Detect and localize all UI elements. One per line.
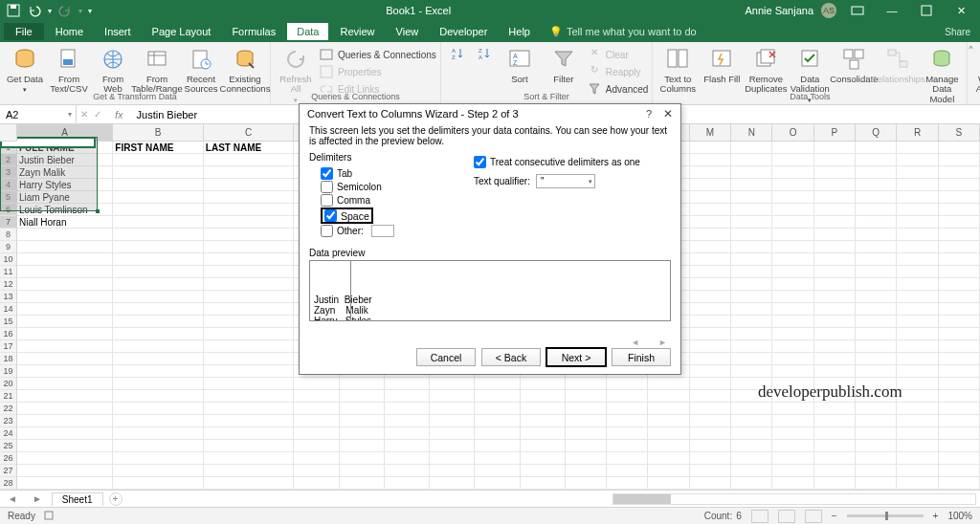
cell[interactable] <box>607 403 648 415</box>
cell[interactable] <box>939 378 980 390</box>
cell[interactable] <box>856 403 897 415</box>
cell[interactable] <box>731 303 772 316</box>
tab-home[interactable]: Home <box>46 23 93 40</box>
cell[interactable] <box>772 353 813 365</box>
cell[interactable] <box>607 378 648 390</box>
preview-scroll-arrows[interactable]: ◄ ► <box>631 338 667 347</box>
cell[interactable] <box>113 166 203 179</box>
properties-button[interactable]: Properties <box>319 63 436 78</box>
cell[interactable] <box>856 278 897 291</box>
cell[interactable] <box>607 452 648 465</box>
column-header[interactable]: R <box>897 124 938 141</box>
row-header[interactable]: 15 <box>0 316 16 328</box>
cell[interactable] <box>731 142 772 154</box>
cell[interactable] <box>385 440 430 452</box>
cell[interactable] <box>814 241 856 253</box>
cell[interactable] <box>204 440 294 452</box>
cell[interactable] <box>939 253 980 266</box>
cell[interactable] <box>690 154 731 166</box>
cell[interactable] <box>856 353 897 365</box>
cell[interactable] <box>294 403 339 415</box>
cell[interactable] <box>772 415 813 427</box>
row-header[interactable]: 1 <box>0 142 16 154</box>
cell[interactable] <box>113 415 203 427</box>
cell[interactable] <box>204 365 294 378</box>
cell[interactable] <box>607 390 648 403</box>
cell[interactable]: Zayn Malik <box>17 166 113 179</box>
flash-fill-button[interactable]: Flash Fill <box>701 44 743 84</box>
cell[interactable] <box>204 316 294 328</box>
cell[interactable] <box>897 316 938 328</box>
cell[interactable] <box>856 328 897 340</box>
cell[interactable] <box>897 142 938 154</box>
cell[interactable] <box>690 179 731 191</box>
cell[interactable] <box>897 390 938 403</box>
cell[interactable] <box>385 452 430 465</box>
cell[interactable] <box>340 452 385 465</box>
cell[interactable] <box>939 390 980 403</box>
cell[interactable] <box>897 253 938 266</box>
cell[interactable] <box>690 253 731 266</box>
cell[interactable] <box>430 440 475 452</box>
cell[interactable] <box>17 316 113 328</box>
cell[interactable] <box>856 291 897 303</box>
cell[interactable] <box>731 440 772 452</box>
cell[interactable] <box>690 353 731 365</box>
column-header[interactable]: Q <box>856 124 897 141</box>
cell[interactable] <box>385 465 430 477</box>
cell[interactable] <box>340 415 385 427</box>
row-header[interactable]: 7 <box>0 216 16 229</box>
cell[interactable] <box>939 241 980 253</box>
collapse-ribbon-icon[interactable]: ˄ <box>964 42 978 61</box>
back-button[interactable]: < Back <box>481 348 541 366</box>
cell[interactable] <box>856 216 897 229</box>
row-header[interactable]: 20 <box>0 378 16 390</box>
cell[interactable] <box>340 427 385 440</box>
cell[interactable] <box>385 415 430 427</box>
cell[interactable] <box>772 328 813 340</box>
cell[interactable] <box>856 316 897 328</box>
cell[interactable] <box>939 216 980 229</box>
cell[interactable] <box>814 166 856 179</box>
cell[interactable] <box>939 166 980 179</box>
cell[interactable] <box>204 465 294 477</box>
cell[interactable] <box>772 340 813 353</box>
cancel-button[interactable]: Cancel <box>416 348 476 366</box>
row-header[interactable]: 12 <box>0 278 16 291</box>
cell[interactable] <box>690 403 731 415</box>
row-header[interactable]: 11 <box>0 266 16 278</box>
cell[interactable] <box>204 328 294 340</box>
cell[interactable] <box>856 452 897 465</box>
cell[interactable] <box>607 427 648 440</box>
cell[interactable] <box>204 378 294 390</box>
next-button[interactable]: Next > <box>546 348 606 366</box>
cell[interactable] <box>340 465 385 477</box>
from-textcsv-button[interactable]: From Text/CSV <box>48 44 90 95</box>
column-header[interactable]: C <box>204 124 294 141</box>
cell[interactable] <box>897 229 938 241</box>
cell[interactable] <box>430 477 475 490</box>
cell[interactable] <box>17 278 113 291</box>
text-to-columns-button[interactable]: Text to Columns <box>657 44 699 95</box>
name-box[interactable]: A2 <box>0 105 77 123</box>
cell[interactable] <box>939 154 980 166</box>
cell[interactable] <box>294 427 339 440</box>
cell[interactable] <box>814 229 856 241</box>
cell[interactable] <box>731 465 772 477</box>
cell[interactable] <box>772 229 813 241</box>
cell[interactable] <box>731 253 772 266</box>
cell[interactable] <box>690 316 731 328</box>
cell[interactable] <box>113 365 203 378</box>
cell[interactable] <box>897 179 938 191</box>
cell[interactable] <box>690 378 731 390</box>
cell[interactable] <box>113 452 203 465</box>
cell[interactable] <box>294 415 339 427</box>
cell[interactable] <box>204 353 294 365</box>
cell[interactable] <box>113 266 203 278</box>
cell[interactable] <box>521 427 566 440</box>
cell[interactable] <box>772 154 813 166</box>
cell[interactable] <box>731 477 772 490</box>
dialog-close-icon[interactable]: ✕ <box>663 107 673 120</box>
cell[interactable] <box>856 415 897 427</box>
row-header[interactable]: 24 <box>0 427 16 440</box>
